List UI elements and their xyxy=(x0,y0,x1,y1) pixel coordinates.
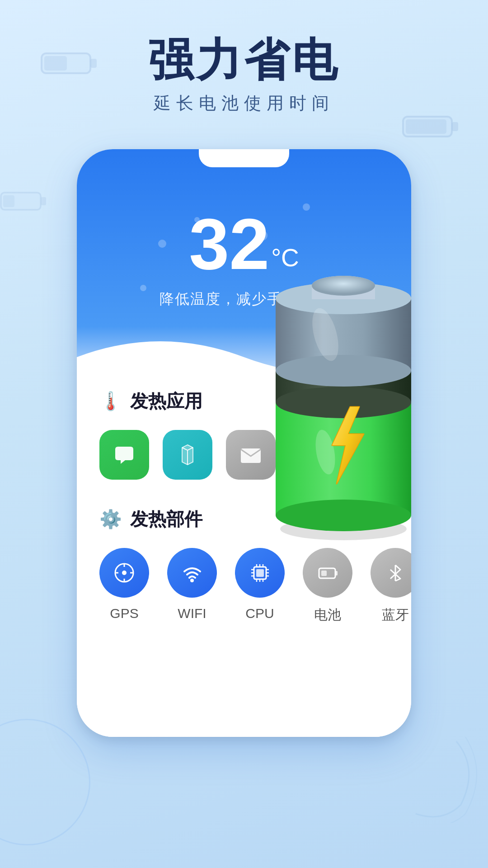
svg-rect-4 xyxy=(452,122,458,131)
component-bluetooth[interactable]: 蓝牙 xyxy=(371,548,411,624)
svg-point-18 xyxy=(190,579,194,582)
cpu-circle xyxy=(235,548,285,598)
app-icons-row xyxy=(99,430,389,480)
temp-display: 32°C 降低温度，减少手机发热 xyxy=(77,208,411,309)
bluetooth-circle xyxy=(371,548,411,598)
hot-components-icon: ⚙️ xyxy=(99,509,122,530)
bg-battery-mid xyxy=(0,190,50,212)
hot-components-title-row: ⚙️ 发热部件 xyxy=(99,507,389,532)
svg-marker-11 xyxy=(310,448,322,462)
hot-apps-icon: 🌡️ xyxy=(99,391,122,412)
wifi-circle xyxy=(167,548,217,598)
component-cpu[interactable]: CPU xyxy=(235,548,285,621)
title-area: 强力省电 延长电池使用时间 xyxy=(0,36,488,115)
app-icon-video[interactable] xyxy=(289,430,339,480)
cpu-label: CPU xyxy=(245,606,274,621)
phone-header: 32°C 降低温度，减少手机发热 xyxy=(77,149,411,402)
phone-content: 🌡️ 发热应用 ⚙️ 发热部件 xyxy=(77,371,411,737)
temperature-unit: °C xyxy=(271,244,299,272)
svg-rect-7 xyxy=(41,197,46,205)
app-icon-mail[interactable] xyxy=(226,430,276,480)
svg-rect-5 xyxy=(406,119,446,134)
phone-outer: 32°C 降低温度，减少手机发热 🌡️ 发热应用 xyxy=(77,149,411,737)
component-gps[interactable]: GPS xyxy=(99,548,149,621)
main-title: 强力省电 xyxy=(0,36,488,84)
phone-notch xyxy=(199,149,289,167)
temp-value-wrap: 32°C xyxy=(189,208,299,280)
gps-label: GPS xyxy=(110,606,138,621)
hot-components-label: 发热部件 xyxy=(130,507,202,532)
component-icons-row: GPS WIFI xyxy=(99,548,389,624)
svg-rect-8 xyxy=(3,195,14,207)
bg-circle-left xyxy=(0,719,90,845)
temperature-desc: 降低温度，减少手机发热 xyxy=(77,289,411,309)
app-icon-messages[interactable] xyxy=(99,430,149,480)
svg-rect-35 xyxy=(321,571,327,576)
hot-apps-title-row: 🌡️ 发热应用 xyxy=(99,389,389,414)
temperature-number: 32 xyxy=(189,208,269,280)
component-wifi[interactable]: WIFI xyxy=(167,548,217,621)
battery-label: 电池 xyxy=(314,606,341,624)
battery-circle xyxy=(303,548,352,598)
svg-rect-20 xyxy=(256,569,264,577)
component-battery[interactable]: 电池 xyxy=(303,548,352,624)
sub-title: 延长电池使用时间 xyxy=(0,92,488,115)
phone-mockup: 32°C 降低温度，减少手机发热 🌡️ 发热应用 xyxy=(77,149,411,737)
gps-circle xyxy=(99,548,149,598)
svg-rect-34 xyxy=(335,571,338,576)
app-icon-maps[interactable] xyxy=(163,430,212,480)
bg-lines-right xyxy=(389,732,479,823)
bg-battery-right xyxy=(402,113,461,140)
hot-apps-label: 发热应用 xyxy=(130,389,202,414)
wifi-label: WIFI xyxy=(178,606,206,621)
bluetooth-label: 蓝牙 xyxy=(382,606,409,624)
svg-point-17 xyxy=(122,571,127,575)
